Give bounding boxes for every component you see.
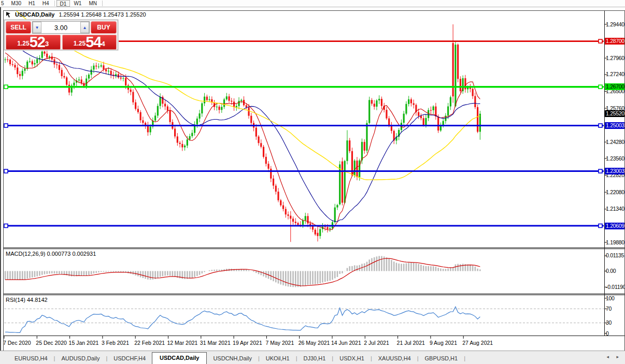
tab-audusd-daily[interactable]: AUDUSD,Daily bbox=[55, 354, 106, 364]
price-axis-tick-label: 1.24280 bbox=[606, 139, 624, 145]
macd-axis-label: 0.00 bbox=[606, 268, 616, 274]
price-level-label: 1.28700 bbox=[605, 38, 625, 45]
tab-xauusd-h4[interactable]: XAUUSD,H4 bbox=[372, 354, 417, 364]
volume-stepper: ▼ 3.00 ▲ bbox=[32, 21, 90, 34]
timeframe-button-H4[interactable]: H4 bbox=[39, 0, 53, 7]
timeframe-button-H1[interactable]: H1 bbox=[25, 0, 39, 7]
date-axis-label: 3 Feb 2021 bbox=[102, 340, 129, 346]
price-level-label: 1.26700 bbox=[605, 83, 625, 90]
chart-title-row: USDCAD,Daily 1.25594 1.25648 1.25473 1.2… bbox=[6, 11, 146, 18]
date-axis-label: 22 Feb 2021 bbox=[134, 340, 165, 346]
rsi-indicator-label: RSI(14) 44.8142 bbox=[6, 297, 48, 303]
chart-symbol-cursor-icon bbox=[6, 12, 12, 18]
buy-button[interactable]: BUY bbox=[91, 21, 117, 34]
buy-price-point: 4 bbox=[101, 35, 105, 53]
macd-pane[interactable] bbox=[4, 249, 625, 293]
chart-tab-bar: EURUSD,H4|AUDUSD,Daily|USDCHF,H4USDCAD,D… bbox=[0, 351, 625, 364]
volume-decrease-arrow-icon[interactable]: ▼ bbox=[33, 22, 41, 33]
date-axis-top-border bbox=[4, 336, 625, 336]
date-axis-label: 26 May 2021 bbox=[299, 340, 330, 346]
tab-usdx-h1[interactable]: USDX,H1 bbox=[333, 354, 371, 364]
price-axis-tick-label: 1.21340 bbox=[606, 206, 624, 212]
sell-button[interactable]: SELL bbox=[6, 21, 31, 34]
price-level-label: 1.23003 bbox=[605, 168, 625, 174]
tab-separator: | bbox=[464, 355, 465, 364]
toolbar-separator bbox=[102, 1, 103, 6]
timeframe-toolbar: 5M30H1H4D1W1MN bbox=[0, 0, 625, 7]
date-axis-label: 27 Aug 2021 bbox=[462, 340, 493, 346]
chart-title-symbol: USDCAD,Daily bbox=[15, 11, 54, 18]
date-axis-label: 19 Apr 2021 bbox=[233, 340, 262, 346]
price-axis-tick-label: 1.22080 bbox=[606, 189, 624, 196]
rsi-axis-label: 30 bbox=[606, 319, 612, 326]
tab-ukoil-h1[interactable]: UKOil,H1 bbox=[260, 354, 296, 364]
timeframe-button-W1[interactable]: W1 bbox=[70, 0, 85, 7]
pane-splitter[interactable] bbox=[4, 294, 625, 294]
timeframe-button-MN[interactable]: MN bbox=[85, 0, 101, 7]
window-left-edge bbox=[0, 7, 1, 364]
buy-price-pips: 54 bbox=[86, 35, 101, 49]
price-level-label: 1.25003 bbox=[605, 122, 625, 129]
date-axis-label: 7 Dec 2020 bbox=[3, 340, 31, 346]
buy-price-base: 1.25 bbox=[74, 38, 86, 49]
timeframe-button-5[interactable]: 5 bbox=[0, 0, 8, 7]
date-axis-label: 25 Dec 2020 bbox=[36, 340, 67, 346]
price-level-label: 1.20609 bbox=[605, 223, 625, 229]
chart-title-ohlc: 1.25594 1.25648 1.25473 1.25520 bbox=[59, 11, 146, 18]
one-click-trading-widget: SELL ▼ 3.00 ▲ BUY 1.25523 1.25544 bbox=[4, 20, 118, 50]
tab-usdcnh-daily[interactable]: USDCNH,Daily bbox=[207, 354, 258, 364]
sell-price-pips: 52 bbox=[30, 35, 45, 49]
price-axis-tick-label: 1.23560 bbox=[606, 155, 624, 162]
date-axis-label: 9 Aug 2021 bbox=[430, 340, 457, 346]
tab-usdchf-h4[interactable]: USDCHF,H4 bbox=[107, 354, 152, 364]
toolbar-separator bbox=[54, 1, 55, 6]
pane-splitter[interactable] bbox=[4, 247, 625, 248]
tab-dj30-h1[interactable]: DJ30,H1 bbox=[297, 354, 332, 364]
macd-axis-label: -0.01190 bbox=[606, 284, 625, 290]
pane-splitter[interactable] bbox=[4, 295, 625, 295]
date-axis-label: 7 May 2021 bbox=[265, 340, 294, 346]
price-level-label: 1.25520 bbox=[605, 110, 625, 117]
date-axis-label: 14 Jun 2021 bbox=[331, 340, 361, 346]
tab-gbpusd-h1[interactable]: GBPUSD,H1 bbox=[419, 354, 464, 364]
sell-price-point: 3 bbox=[45, 35, 49, 53]
tab-scroll-arrows[interactable]: ◂ ▸ bbox=[606, 354, 622, 359]
volume-increase-arrow-icon[interactable]: ▲ bbox=[80, 22, 89, 33]
sell-price-base: 1.25 bbox=[17, 38, 29, 49]
chart-window-left-border bbox=[3, 10, 4, 351]
rsi-pane[interactable] bbox=[4, 295, 625, 336]
price-axis-tick-label: 1.27960 bbox=[606, 55, 624, 62]
date-axis-label: 31 Mar 2021 bbox=[200, 340, 231, 346]
macd-indicator-label: MACD(12,26,9) 0.000773 0.002931 bbox=[6, 251, 96, 257]
date-axis-label: 15 Jan 2021 bbox=[69, 340, 99, 346]
date-axis-label: 12 Mar 2021 bbox=[167, 340, 198, 346]
buy-price-panel[interactable]: 1.25544 bbox=[62, 35, 117, 50]
timeframe-button-D1[interactable]: D1 bbox=[56, 0, 70, 7]
chart-window-top-border bbox=[3, 10, 625, 11]
sell-price-panel[interactable]: 1.25523 bbox=[6, 35, 61, 50]
tab-eurusd-h4[interactable]: EURUSD,H4 bbox=[8, 354, 54, 364]
pane-splitter[interactable] bbox=[4, 249, 625, 249]
tab-usdcad-daily[interactable]: USDCAD,Daily bbox=[152, 352, 207, 364]
timeframe-button-M30[interactable]: M30 bbox=[8, 0, 25, 7]
volume-input[interactable]: 3.00 bbox=[41, 22, 80, 33]
price-axis-tick-label: 1.19880 bbox=[606, 239, 624, 246]
price-axis-tick-label: 1.29440 bbox=[606, 21, 624, 28]
price-axis-tick-label: 1.27240 bbox=[606, 71, 624, 78]
rsi-axis-label: 70 bbox=[606, 305, 612, 312]
rsi-axis-label: 100 bbox=[606, 295, 615, 302]
macd-axis-label: 0.01135 bbox=[606, 252, 624, 259]
date-axis-label: 21 Jul 2021 bbox=[397, 340, 425, 346]
date-axis-label: 2 Jul 2021 bbox=[364, 340, 389, 346]
